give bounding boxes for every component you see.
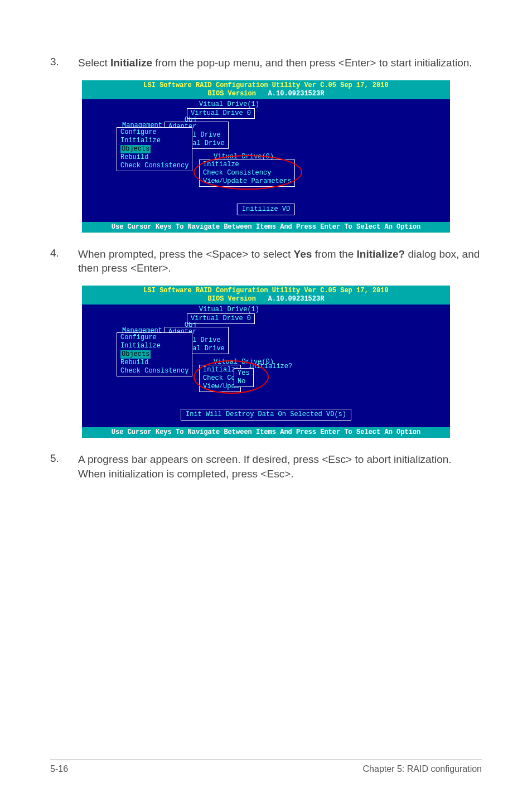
text: When prompted, press the <Space> to sele… bbox=[78, 248, 294, 260]
bios-version: A.10.09231523R bbox=[268, 90, 325, 98]
step-5: 5. A progress bar appears on screen. If … bbox=[50, 452, 482, 481]
menu-item-check: Check Consistency bbox=[120, 367, 188, 375]
step-3: 3. Select Initialize from the pop-up men… bbox=[50, 56, 482, 70]
menu-item-initialize: Initialze bbox=[203, 161, 291, 169]
status-bar: Init Will Destroy Data On Selected VD(s) bbox=[181, 409, 351, 421]
management-menu: Configure Initialize Objects Rebuild Che… bbox=[117, 127, 192, 171]
page-number: 5-16 bbox=[50, 764, 68, 774]
bios-header: LSI Software RAID Configuration Utility … bbox=[82, 80, 450, 99]
menu-item-objects: Objects bbox=[120, 350, 188, 359]
menu-item-rebuild: Rebuild bbox=[120, 153, 188, 162]
menu-item-configure: Configure bbox=[120, 128, 188, 137]
menu-item-check: Check Consistency bbox=[203, 169, 291, 177]
bold: Initialize? bbox=[357, 248, 405, 260]
bios-screenshot-1: LSI Software RAID Configuration Utility … bbox=[50, 80, 482, 233]
bios-panel: LSI Software RAID Configuration Utility … bbox=[82, 286, 450, 438]
vd-label: Vitual Drive(1) bbox=[199, 100, 259, 109]
bios-header: LSI Software RAID Configuration Utility … bbox=[82, 286, 450, 305]
bios-title: LSI Software RAID Configuration Utility … bbox=[143, 81, 388, 89]
bios-version-label: BIOS Version bbox=[208, 295, 256, 303]
option-yes: Yes bbox=[238, 369, 250, 378]
chapter-label: Chapter 5: RAID configuration bbox=[363, 764, 482, 774]
bios-version: A.10.09231523R bbox=[268, 295, 325, 303]
initialize-dialog: Yes No bbox=[234, 368, 254, 387]
menu-item-configure: Configure bbox=[120, 334, 188, 342]
vd-box: Virtual Drive 0 bbox=[187, 313, 255, 324]
step-number: 3. bbox=[50, 56, 78, 70]
status-bar: Initilize VD bbox=[237, 204, 295, 215]
page-footer: 5-16 Chapter 5: RAID configuration bbox=[50, 759, 482, 774]
menu-item-objects: Objects bbox=[120, 145, 188, 153]
vd-box: Virtual Drive 0 bbox=[187, 108, 255, 119]
bios-body: Vitual Drive(1) Virtual Drive 0 Obj Mana… bbox=[82, 305, 450, 427]
bios-panel: LSI Software RAID Configuration Utility … bbox=[82, 80, 450, 233]
text: from the pop-up menu, and then press <En… bbox=[152, 57, 472, 69]
bold: Yes bbox=[294, 248, 312, 260]
step-4: 4. When prompted, press the <Space> to s… bbox=[50, 247, 482, 276]
menu-item-rebuild: Rebuild bbox=[120, 359, 188, 367]
bios-version-label: BIOS Version bbox=[208, 90, 256, 98]
vd-label: Vitual Drive(1) bbox=[199, 306, 259, 314]
bold: Initialize bbox=[110, 57, 152, 69]
text: from the bbox=[312, 248, 356, 260]
bios-body: Vitual Drive(1) Virtual Drive 0 Obj Mana… bbox=[82, 99, 450, 222]
step-number: 5. bbox=[50, 452, 78, 481]
bios-screenshot-2: LSI Software RAID Configuration Utility … bbox=[50, 286, 482, 438]
initialize-dialog-label: Initialize? bbox=[248, 363, 292, 371]
step-number: 4. bbox=[50, 247, 78, 276]
menu-item-view: View/Update Parameters bbox=[203, 177, 291, 186]
vd0-menu: Initialze Check Consistency View/Update … bbox=[199, 160, 295, 187]
bios-footer: Use Cursor Keys To Navigate Between Item… bbox=[82, 427, 450, 438]
text: Select bbox=[78, 57, 110, 69]
bios-footer: Use Cursor Keys To Navigate Between Item… bbox=[82, 222, 450, 233]
option-no: No bbox=[238, 378, 250, 386]
menu-item-initialize: Initialize bbox=[120, 342, 188, 350]
menu-item-check: Check Consistency bbox=[120, 162, 188, 170]
bios-title: LSI Software RAID Configuration Utility … bbox=[143, 287, 388, 294]
management-menu: Configure Initialize Objects Rebuild Che… bbox=[117, 332, 192, 376]
menu-item-initialize: Initialize bbox=[120, 137, 188, 145]
step-text: A progress bar appears on screen. If des… bbox=[78, 452, 482, 481]
step-text: Select Initialize from the pop-up menu, … bbox=[78, 56, 472, 70]
step-text: When prompted, press the <Space> to sele… bbox=[78, 247, 482, 276]
